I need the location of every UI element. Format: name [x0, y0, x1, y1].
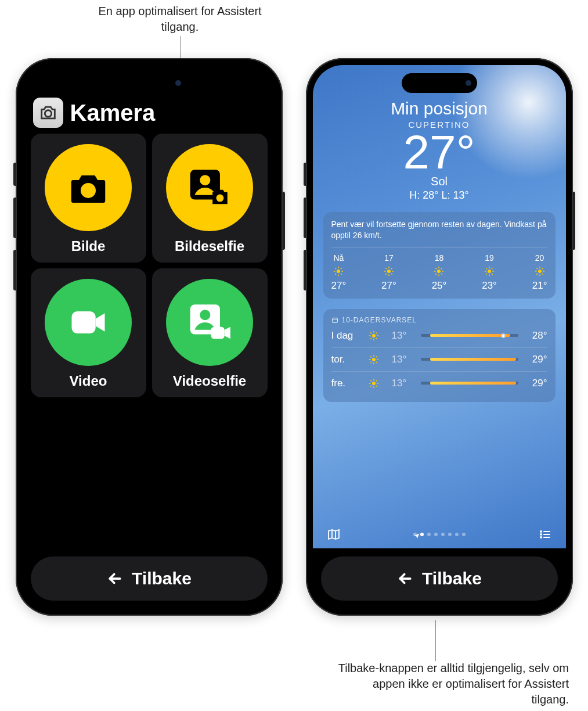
forecast-high: 29° — [524, 378, 547, 389]
sun-icon — [434, 266, 444, 276]
svg-point-13 — [538, 270, 542, 273]
callout-line — [435, 620, 436, 661]
dynamic-island — [111, 73, 187, 93]
hourly-item: 1727° — [381, 253, 396, 292]
forecast-low: 13° — [392, 378, 415, 389]
forecast-high: 29° — [524, 354, 547, 365]
svg-point-12 — [488, 270, 491, 273]
back-button[interactable]: Tilbake — [321, 556, 558, 601]
sun-icon — [535, 266, 545, 276]
svg-point-9 — [337, 270, 340, 273]
svg-point-16 — [372, 358, 376, 361]
forecast-low: 13° — [392, 354, 415, 365]
svg-point-0 — [45, 110, 51, 117]
svg-point-15 — [372, 334, 376, 337]
sun-icon — [369, 354, 386, 365]
forecast-row: tor.13°29° — [331, 347, 547, 371]
camera-mode-photo-selfie[interactable]: Bildeselfie — [152, 134, 268, 263]
back-label: Tilbake — [422, 569, 482, 588]
hour-label: 20 — [535, 253, 544, 263]
hour-temp: 25° — [432, 280, 447, 292]
hourly-item: 1825° — [432, 253, 447, 292]
hour-temp: 27° — [381, 280, 396, 292]
location-arrow-icon — [413, 533, 417, 536]
current-condition: Sol — [323, 175, 555, 188]
hour-label: 18 — [435, 253, 444, 263]
weather-summary: Pent vær vil fortsette gjennom resten av… — [331, 219, 547, 247]
forecast-day: I dag — [331, 330, 363, 342]
person-video-icon — [166, 279, 253, 366]
temp-range-bar — [421, 358, 518, 361]
tile-label: Video — [70, 373, 107, 389]
svg-point-1 — [81, 183, 96, 198]
temp-range-bar — [421, 334, 518, 337]
sun-icon — [369, 331, 386, 341]
callout-top: En app optimalisert for Assistert tilgan… — [81, 3, 279, 35]
forecast-row: I dag13°28° — [331, 329, 547, 347]
tile-label: Videoselfie — [173, 373, 246, 389]
tile-label: Bildeselfie — [175, 238, 244, 254]
camera-mode-photo[interactable]: Bilde — [31, 134, 146, 263]
temp-range-bar — [421, 382, 518, 385]
forecast-day: tor. — [331, 354, 363, 365]
hour-label: Nå — [333, 253, 344, 263]
svg-point-7 — [200, 310, 210, 320]
ten-day-title: 10-DAGERSVARSEL — [342, 316, 417, 324]
sun-icon — [384, 266, 394, 276]
person-camera-icon — [166, 144, 253, 231]
sun-icon — [484, 266, 495, 276]
arrow-left-icon — [396, 570, 414, 587]
svg-rect-8 — [211, 327, 225, 339]
weather-app[interactable]: Min posisjon CUPERTINO 27° Sol H: 28° L:… — [313, 65, 566, 548]
svg-point-4 — [217, 195, 224, 202]
page-title: Kamera — [70, 100, 156, 126]
forecast-low: 13° — [392, 330, 415, 342]
svg-point-20 — [540, 537, 542, 538]
svg-point-17 — [372, 382, 376, 385]
sun-icon — [369, 378, 386, 389]
sun-icon — [333, 266, 344, 276]
dynamic-island — [402, 73, 477, 93]
svg-point-3 — [200, 175, 210, 185]
svg-point-19 — [540, 534, 542, 535]
camera-icon — [45, 144, 132, 231]
page-dots[interactable] — [413, 533, 466, 536]
camera-app-icon — [33, 98, 63, 128]
hourly-item: 1923° — [482, 253, 497, 292]
arrow-left-icon — [106, 570, 124, 587]
current-temperature: 27° — [323, 128, 555, 176]
svg-rect-5 — [72, 311, 96, 333]
location-title: Min posisjon — [323, 99, 555, 119]
svg-point-18 — [540, 531, 542, 532]
calendar-icon — [331, 317, 338, 324]
back-label: Tilbake — [132, 569, 192, 588]
hour-temp: 21° — [532, 280, 547, 292]
hourly-item: Nå27° — [331, 253, 347, 292]
location-city: CUPERTINO — [323, 120, 555, 130]
camera-mode-video[interactable]: Video — [31, 268, 146, 397]
callout-bottom: Tilbake-knappen er alltid tilgjengelig, … — [337, 660, 569, 708]
hourly-forecast-card[interactable]: Pent vær vil fortsette gjennom resten av… — [323, 212, 555, 299]
svg-point-10 — [387, 270, 391, 273]
svg-point-11 — [437, 270, 441, 273]
back-button[interactable]: Tilbake — [31, 556, 268, 601]
tile-label: Bilde — [71, 238, 106, 254]
hour-label: 19 — [485, 253, 494, 263]
camera-mode-video-selfie[interactable]: Videoselfie — [152, 268, 268, 397]
hour-temp: 23° — [482, 280, 497, 292]
hour-label: 17 — [384, 253, 394, 263]
phone-camera: Kamera Bilde — [16, 58, 283, 616]
high-low: H: 28° L: 13° — [323, 189, 555, 202]
video-icon — [45, 279, 132, 366]
forecast-day: fre. — [331, 378, 363, 389]
phone-weather: Min posisjon CUPERTINO 27° Sol H: 28° L:… — [306, 58, 573, 616]
list-icon[interactable] — [538, 527, 552, 541]
ten-day-forecast-card[interactable]: 10-DAGERSVARSEL I dag13°28°tor.13°29°fre… — [323, 309, 555, 402]
forecast-high: 28° — [524, 330, 547, 342]
forecast-row: fre.13°29° — [331, 371, 547, 395]
map-icon[interactable] — [327, 527, 341, 541]
hourly-item: 2021° — [532, 253, 547, 292]
svg-rect-14 — [332, 318, 337, 322]
hour-temp: 27° — [331, 280, 347, 292]
